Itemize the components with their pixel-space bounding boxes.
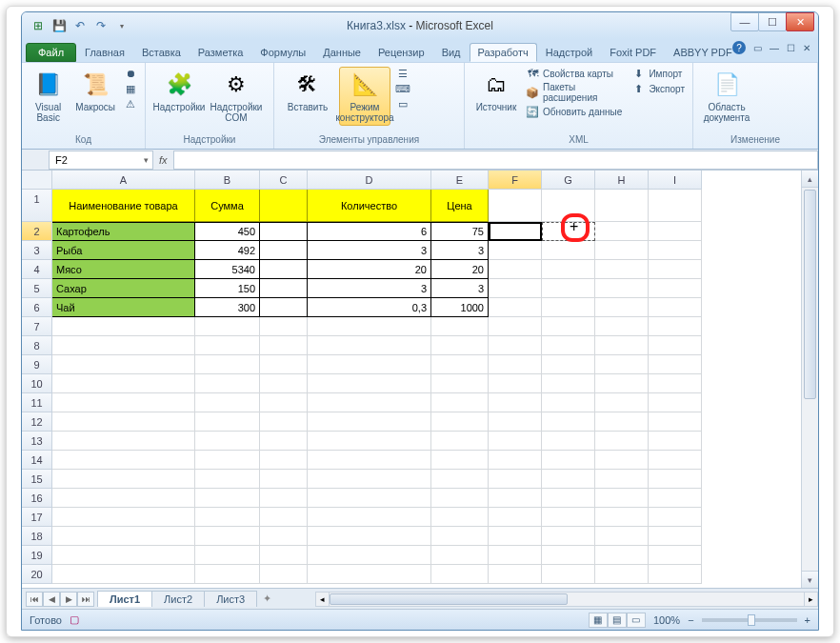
cell[interactable] (308, 317, 431, 336)
cell[interactable] (649, 508, 702, 527)
prev-sheet-icon[interactable]: ◀ (43, 592, 60, 607)
cell[interactable] (595, 241, 649, 260)
next-sheet-icon[interactable]: ▶ (60, 592, 77, 607)
cell[interactable] (195, 336, 260, 355)
cell[interactable] (489, 508, 542, 527)
cell[interactable] (649, 298, 702, 317)
sheet-tab[interactable]: Лист2 (151, 591, 205, 607)
cell[interactable] (649, 432, 702, 451)
doc-minimize-icon[interactable]: — (770, 43, 779, 53)
cell[interactable] (542, 279, 595, 298)
last-sheet-icon[interactable]: ⏭ (77, 592, 94, 607)
cell[interactable] (260, 451, 308, 470)
cell[interactable] (595, 260, 649, 279)
cell[interactable] (649, 489, 702, 508)
cell[interactable] (489, 565, 542, 584)
cell[interactable] (595, 393, 649, 412)
cell[interactable]: 1000 (431, 298, 489, 317)
cell[interactable] (52, 451, 195, 470)
cell[interactable] (489, 190, 542, 222)
properties-button[interactable]: ☰ (396, 67, 410, 80)
scroll-down-icon[interactable]: ▾ (802, 571, 818, 588)
cell[interactable]: Наименование товара (52, 190, 195, 222)
column-header[interactable]: G (542, 171, 595, 190)
cell[interactable] (52, 317, 195, 336)
cell[interactable] (542, 260, 595, 279)
ribbon-help-icon[interactable]: ? (732, 41, 746, 54)
page-break-view-button[interactable]: ▭ (627, 613, 646, 628)
cell[interactable] (542, 546, 595, 565)
cell[interactable] (52, 374, 195, 393)
cell[interactable] (542, 489, 595, 508)
cell[interactable] (542, 451, 595, 470)
cell[interactable] (260, 489, 308, 508)
cell[interactable]: Сумма (195, 190, 260, 222)
column-header[interactable]: E (431, 171, 489, 190)
sheet-tab[interactable]: Лист3 (204, 591, 257, 607)
cell[interactable] (308, 470, 431, 489)
cell[interactable] (649, 317, 702, 336)
cell[interactable] (260, 279, 308, 298)
cell[interactable]: 5340 (195, 260, 260, 279)
cell[interactable] (260, 355, 308, 374)
cell[interactable] (308, 374, 431, 393)
cell[interactable] (542, 190, 595, 222)
cell[interactable] (489, 470, 542, 489)
column-header[interactable]: I (649, 171, 702, 190)
record-macro-button[interactable]: ⏺ (124, 67, 137, 80)
row-header[interactable]: 15 (22, 470, 52, 489)
cell[interactable] (260, 393, 308, 412)
redo-icon[interactable]: ↷ (92, 17, 110, 34)
cell[interactable]: 150 (195, 279, 260, 298)
row-header[interactable]: 4 (22, 260, 52, 279)
cell[interactable] (489, 279, 542, 298)
row-header[interactable]: 11 (22, 393, 52, 412)
macro-security-button[interactable]: ⚠ (124, 97, 137, 111)
cell[interactable] (542, 241, 595, 260)
ribbon-tab[interactable]: Вид (433, 43, 470, 62)
row-header[interactable]: 3 (22, 241, 52, 260)
zoom-slider[interactable] (702, 618, 797, 622)
ribbon-tab[interactable]: Разметка (190, 43, 252, 62)
cell[interactable] (260, 565, 308, 584)
cell[interactable] (649, 279, 702, 298)
cell[interactable] (260, 260, 308, 279)
cell[interactable] (52, 412, 195, 432)
run-dialog-button[interactable]: ▭ (396, 97, 410, 111)
doc-close-icon[interactable]: ✕ (803, 43, 810, 53)
cell[interactable] (52, 527, 195, 546)
cell[interactable]: Мясо (52, 260, 195, 279)
cell[interactable] (542, 298, 595, 317)
cell[interactable] (489, 336, 542, 355)
vertical-scrollbar[interactable]: ▴ ▾ (801, 171, 818, 588)
cell[interactable] (649, 393, 702, 412)
cell[interactable]: 0,3 (308, 298, 431, 317)
cell[interactable] (195, 317, 260, 336)
cell[interactable]: 450 (195, 222, 260, 241)
cell[interactable] (52, 546, 195, 565)
cell[interactable] (542, 393, 595, 412)
cell[interactable] (649, 241, 702, 260)
cell[interactable] (195, 393, 260, 412)
cell[interactable] (52, 336, 195, 355)
cell[interactable]: 3 (431, 279, 489, 298)
cell[interactable] (260, 432, 308, 451)
cell[interactable] (431, 489, 489, 508)
ribbon-tab[interactable]: Главная (76, 43, 133, 62)
cell[interactable]: 300 (195, 298, 260, 317)
cell[interactable] (542, 374, 595, 393)
ribbon-tab[interactable]: Вставка (133, 43, 190, 62)
refresh-data-button[interactable]: 🔄Обновить данные (526, 105, 626, 118)
cell[interactable] (260, 527, 308, 546)
cell[interactable] (260, 298, 308, 317)
cell[interactable] (489, 222, 542, 241)
cell[interactable] (308, 412, 431, 432)
ribbon-minimize-icon[interactable]: ▭ (753, 43, 762, 53)
cell[interactable] (542, 222, 595, 241)
cell[interactable] (489, 489, 542, 508)
cell[interactable] (595, 546, 649, 565)
fx-icon[interactable]: fx (159, 154, 168, 166)
file-tab[interactable]: Файл (26, 43, 76, 62)
ribbon-tab[interactable]: Foxit PDF (601, 43, 665, 62)
cell[interactable] (52, 565, 195, 584)
